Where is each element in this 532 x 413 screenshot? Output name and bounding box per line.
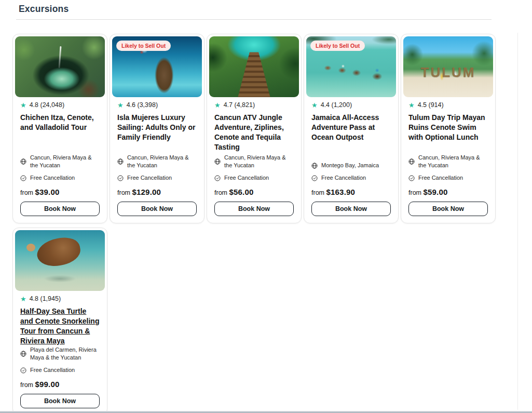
title-divider: [16, 19, 492, 20]
rating-row: ★ 4.8 (24,048): [20, 101, 100, 109]
content-right-border: [517, 33, 518, 410]
price-prefix: from: [311, 189, 324, 196]
rating-row: ★ 4.4 (1,200): [311, 101, 391, 109]
excursion-photo-tulum-sign[interactable]: TULUM: [403, 36, 493, 97]
cancellation-row: Free Cancellation: [214, 174, 294, 182]
tour-title-link[interactable]: Tulum Day Trip Mayan Ruins Cenote Swim w…: [408, 113, 488, 142]
globe-icon: [311, 163, 318, 169]
rating-text: 4.4 (1,200): [321, 101, 352, 109]
card-body: ★ 4.8 (1,945) Half-Day Sea Turtle and Ce…: [15, 291, 105, 413]
excursion-photo-sea-turtle[interactable]: [15, 230, 105, 291]
check-circle-icon: [311, 175, 318, 181]
location-row: Playa del Carmen, Riviera Maya & the Yuc…: [20, 346, 100, 362]
price-prefix: from: [20, 189, 33, 196]
tour-title-link[interactable]: Jamaica All-Access Adventure Pass at Oce…: [311, 113, 391, 142]
globe-icon: [20, 351, 26, 357]
price-value: $129.00: [132, 188, 161, 196]
card-body: ★ 4.8 (24,048) Chichen Itza, Cenote, and…: [15, 97, 105, 221]
price-value: $59.00: [423, 188, 447, 196]
tour-title-link[interactable]: Isla Mujeres Luxury Sailing: Adults Only…: [117, 113, 197, 142]
excursion-card[interactable]: TULUM ★ 4.5 (914) Tulum Day Trip Mayan R…: [401, 34, 496, 223]
cancellation-row: Free Cancellation: [311, 174, 391, 182]
cancellation-row: Free Cancellation: [117, 174, 197, 182]
location-text: Cancun, Riviera Maya & the Yucatan: [127, 154, 197, 169]
card-details: Cancun, Riviera Maya & the Yucatan Free …: [214, 154, 294, 216]
book-now-button[interactable]: Book Now: [214, 202, 294, 216]
location-row: Montego Bay, Jamaica: [311, 162, 391, 169]
rating-text: 4.5 (914): [418, 101, 444, 109]
star-icon: ★: [117, 102, 124, 109]
book-now-button[interactable]: Book Now: [408, 202, 488, 216]
rating-row: ★ 4.5 (914): [408, 101, 488, 109]
check-circle-icon: [20, 367, 26, 374]
cancellation-row: Free Cancellation: [408, 174, 488, 182]
book-now-button[interactable]: Book Now: [117, 202, 197, 216]
check-circle-icon: [117, 175, 124, 181]
sell-out-badge: Likely to Sell Out: [310, 41, 365, 51]
card-details: Playa del Carmen, Riviera Maya & the Yuc…: [20, 346, 100, 408]
location-text: Playa del Carmen, Riviera Maya & the Yuc…: [30, 346, 100, 362]
price-prefix: from: [117, 189, 130, 196]
rating-text: 4.8 (1,945): [30, 295, 61, 302]
card-body: ★ 4.4 (1,200) Jamaica All-Access Adventu…: [306, 97, 396, 221]
excursion-card[interactable]: Likely to Sell Out ★ 4.6 (3,398) Isla Mu…: [110, 34, 204, 223]
price-row: from $59.00: [408, 188, 488, 196]
location-text: Cancun, Riviera Maya & the Yucatan: [418, 154, 488, 169]
price-row: from $99.00: [20, 380, 100, 389]
rating-text: 4.6 (3,398): [127, 101, 158, 109]
price-prefix: from: [214, 189, 227, 196]
excursion-photo-jungle-cenote-stairs[interactable]: [209, 36, 299, 97]
globe-icon: [117, 158, 124, 165]
price-row: from $39.00: [20, 188, 100, 196]
card-details: Cancun, Riviera Maya & the Yucatan Free …: [408, 154, 488, 216]
tulum-sign-text: TULUM: [403, 64, 493, 81]
price-value: $163.90: [326, 188, 355, 196]
excursion-photo-underwater-statue[interactable]: Likely to Sell Out: [112, 36, 202, 97]
cancellation-text: Free Cancellation: [224, 174, 269, 182]
excursion-photo-horseback-ocean[interactable]: Likely to Sell Out: [306, 36, 396, 97]
book-now-button[interactable]: Book Now: [20, 394, 100, 408]
check-circle-icon: [408, 175, 415, 181]
price-row: from $56.00: [214, 188, 294, 196]
excursion-card[interactable]: ★ 4.7 (4,821) Cancun ATV Jungle Adventur…: [207, 34, 302, 223]
excursion-card[interactable]: Likely to Sell Out ★ 4.4 (1,200) Jamaica…: [304, 34, 399, 223]
excursion-photo-cenote-aerial[interactable]: [15, 36, 105, 97]
star-icon: ★: [408, 102, 415, 109]
cancellation-text: Free Cancellation: [127, 174, 172, 182]
book-now-button[interactable]: Book Now: [311, 202, 391, 216]
book-now-button[interactable]: Book Now: [20, 202, 100, 216]
globe-icon: [408, 158, 415, 165]
tour-title-link[interactable]: Cancun ATV Jungle Adventure, Ziplines, C…: [214, 113, 294, 152]
check-circle-icon: [20, 175, 26, 181]
rating-row: ★ 4.7 (4,821): [214, 101, 294, 109]
card-body: ★ 4.6 (3,398) Isla Mujeres Luxury Sailin…: [112, 97, 202, 221]
sell-out-badge: Likely to Sell Out: [116, 41, 171, 51]
rating-row: ★ 4.6 (3,398): [117, 101, 197, 109]
viewport-bottom-edge: [0, 411, 532, 413]
star-icon: ★: [311, 102, 318, 109]
excursions-grid: ★ 4.8 (24,048) Chichen Itza, Cenote, and…: [12, 34, 500, 413]
price-value: $99.00: [35, 380, 59, 389]
rating-text: 4.8 (24,048): [30, 101, 64, 109]
location-row: Cancun, Riviera Maya & the Yucatan: [117, 154, 197, 169]
location-row: Cancun, Riviera Maya & the Yucatan: [214, 154, 294, 169]
globe-icon: [214, 158, 221, 165]
price-value: $56.00: [229, 188, 253, 196]
cancellation-text: Free Cancellation: [30, 174, 75, 182]
excursion-card[interactable]: ★ 4.8 (24,048) Chichen Itza, Cenote, and…: [12, 34, 107, 223]
price-prefix: from: [20, 381, 33, 389]
cancellation-text: Free Cancellation: [30, 366, 75, 374]
excursion-card[interactable]: ★ 4.8 (1,945) Half-Day Sea Turtle and Ce…: [12, 228, 107, 413]
card-details: Cancun, Riviera Maya & the Yucatan Free …: [117, 154, 197, 216]
star-icon: ★: [214, 102, 221, 109]
tour-title-link[interactable]: Half-Day Sea Turtle and Cenote Snorkelin…: [20, 307, 100, 346]
price-prefix: from: [408, 189, 421, 196]
location-row: Cancun, Riviera Maya & the Yucatan: [20, 154, 100, 169]
card-details: Montego Bay, Jamaica Free Cancellation f…: [311, 162, 391, 216]
location-text: Montego Bay, Jamaica: [321, 162, 379, 169]
page-title: Excursions: [19, 4, 69, 15]
cancellation-row: Free Cancellation: [20, 174, 100, 182]
tour-title-link[interactable]: Chichen Itza, Cenote, and Valladolid Tou…: [20, 113, 100, 132]
cancellation-text: Free Cancellation: [418, 174, 463, 182]
rating-text: 4.7 (4,821): [224, 101, 255, 109]
